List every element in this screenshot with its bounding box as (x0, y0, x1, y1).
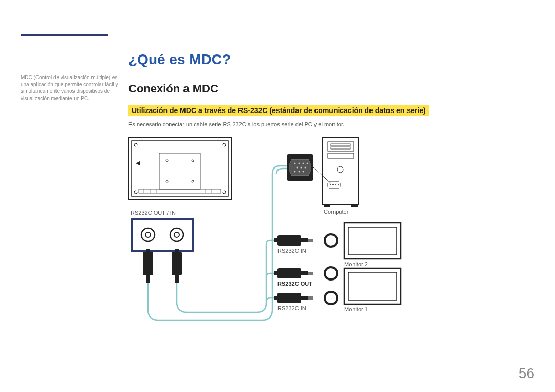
rs232c-port-block (132, 219, 193, 251)
svg-point-39 (303, 171, 304, 173)
svg-rect-55 (301, 238, 308, 242)
page-number: 56 (519, 365, 534, 382)
svg-point-15 (134, 191, 137, 194)
svg-rect-71 (344, 268, 401, 304)
svg-rect-45 (328, 153, 354, 158)
svg-point-68 (325, 292, 337, 304)
svg-rect-67 (274, 296, 279, 300)
svg-rect-1 (132, 141, 228, 196)
svg-rect-25 (146, 249, 150, 253)
svg-point-13 (134, 143, 137, 146)
connection-diagram: RS232C OUT / IN Computer RS232C IN RS232… (128, 138, 534, 343)
svg-rect-66 (308, 296, 313, 300)
svg-rect-69 (344, 223, 401, 259)
label-rs232c-in-top: RS232C IN (278, 248, 306, 254)
top-accent-bar (21, 34, 108, 36)
svg-point-34 (297, 167, 298, 169)
svg-point-49 (332, 184, 334, 185)
main-content: ¿Qué es MDC? Conexión a MDC Utilización … (128, 51, 534, 343)
label-ports: RS232C OUT / IN (131, 210, 176, 216)
svg-rect-24 (146, 275, 150, 283)
jack-plug-rs232c-in-top (274, 235, 313, 246)
svg-rect-72 (348, 272, 397, 300)
svg-rect-59 (278, 268, 301, 278)
svg-rect-6 (159, 153, 200, 189)
label-rs232c-in-bottom: RS232C IN (278, 305, 306, 311)
svg-point-50 (335, 184, 336, 185)
page-title: ¿Qué es MDC? (128, 51, 534, 68)
svg-point-5 (192, 180, 194, 182)
svg-point-33 (307, 163, 308, 164)
svg-point-58 (325, 234, 337, 247)
svg-rect-65 (301, 296, 308, 300)
svg-rect-61 (308, 272, 313, 275)
svg-rect-56 (308, 239, 313, 242)
svg-rect-42 (328, 142, 354, 151)
highlighted-subheading: Utilización de MDC a través de RS-232C (… (128, 105, 429, 116)
label-monitor-1: Monitor 1 (344, 306, 368, 312)
svg-point-2 (166, 160, 168, 162)
svg-rect-23 (143, 252, 153, 275)
svg-point-51 (338, 184, 339, 185)
svg-point-35 (301, 167, 302, 169)
svg-rect-60 (301, 271, 308, 275)
svg-rect-7 (139, 189, 221, 193)
svg-marker-17 (136, 161, 140, 165)
svg-rect-52 (324, 204, 330, 207)
jack-ring-mid (325, 267, 337, 279)
label-rs232c-out: RS232C OUT (278, 281, 312, 287)
page: MDC (Control de visualización múltiple) … (0, 0, 555, 392)
jack-plug-rs232c-out (274, 268, 313, 278)
svg-point-48 (330, 184, 331, 185)
label-computer: Computer (324, 209, 348, 215)
svg-point-30 (294, 163, 296, 164)
sidebar-note: MDC (Control de visualización múltiple) … (21, 74, 118, 102)
monitor-2 (344, 223, 401, 259)
svg-point-20 (145, 232, 151, 237)
svg-point-14 (223, 143, 226, 146)
jack-ring-bottom (325, 292, 337, 304)
jack-plug-right (172, 249, 182, 283)
monitor-1 (344, 268, 401, 304)
section-subtitle: Conexión a MDC (128, 82, 534, 96)
svg-point-19 (141, 228, 155, 241)
svg-rect-27 (175, 275, 179, 283)
jack-plug-left (143, 249, 153, 283)
svg-rect-64 (278, 293, 301, 303)
diagram-svg (128, 138, 534, 343)
computer-tower (323, 138, 359, 207)
db9-connector (287, 154, 331, 184)
svg-rect-43 (331, 144, 350, 146)
svg-point-37 (294, 171, 296, 173)
jack-ring-top (325, 234, 337, 247)
svg-point-38 (299, 171, 300, 173)
svg-point-46 (337, 166, 343, 173)
svg-point-4 (166, 180, 168, 182)
svg-rect-44 (331, 147, 350, 149)
svg-point-22 (174, 232, 179, 237)
svg-point-32 (303, 163, 304, 164)
svg-point-63 (325, 267, 337, 279)
svg-rect-53 (351, 204, 358, 207)
svg-rect-62 (274, 271, 279, 275)
svg-rect-26 (172, 252, 182, 275)
description-text: Es necesario conectar un cable serie RS-… (128, 121, 534, 127)
jack-plug-rs232c-in-bottom (274, 293, 313, 303)
svg-point-16 (223, 191, 226, 194)
monitor-back-panel (128, 138, 231, 199)
svg-rect-57 (274, 238, 279, 242)
label-monitor-2: Monitor 2 (344, 261, 368, 267)
svg-rect-54 (278, 235, 301, 246)
svg-point-21 (170, 228, 183, 241)
svg-point-36 (305, 167, 306, 169)
svg-rect-28 (175, 249, 179, 253)
svg-rect-70 (348, 227, 397, 255)
svg-point-31 (299, 163, 300, 164)
svg-point-3 (192, 160, 194, 162)
